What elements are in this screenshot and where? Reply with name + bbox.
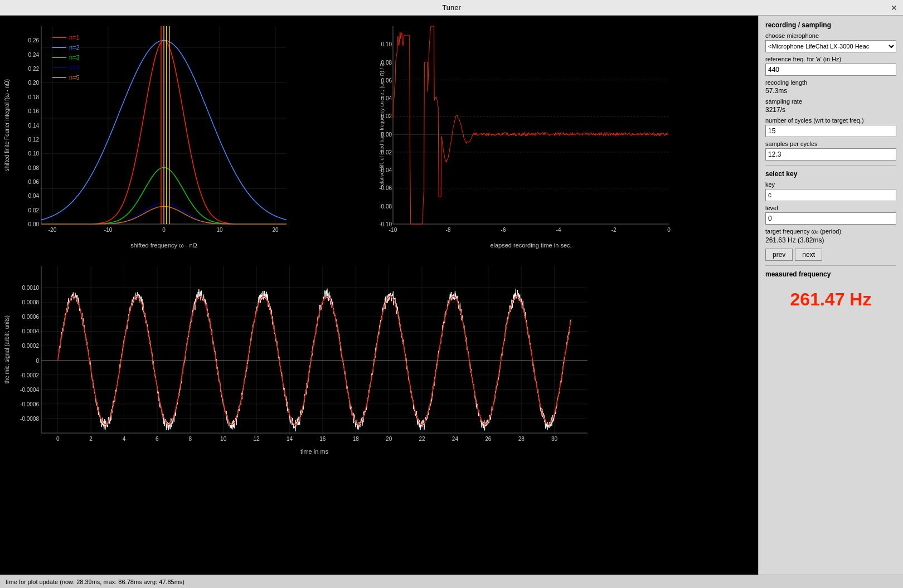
recording-length-label: recoding length: [765, 79, 896, 86]
microphone-label: choose microphone: [765, 32, 896, 39]
num-cycles-label: number of cycles (wrt to target freq.): [765, 117, 896, 124]
recording-section-title: recording / sampling: [765, 21, 896, 29]
num-cycles-input[interactable]: [765, 125, 896, 137]
target-freq-label: target frequency ω₀ (period): [765, 228, 896, 235]
right-panel: recording / sampling choose microphone <…: [758, 16, 903, 575]
key-input[interactable]: [765, 189, 896, 201]
target-freq-value: 261.63 Hz (3.82ms): [765, 236, 896, 244]
status-text: time for plot update (now: 28.39ms, max:…: [6, 579, 185, 585]
measured-freq-label: measured frequency: [765, 270, 896, 278]
recording-length-value: 57.3ms: [765, 87, 896, 95]
prev-button[interactable]: prev: [765, 249, 793, 261]
microphone-select[interactable]: <Microphone LifeChat LX-3000 Heac: [765, 40, 896, 52]
plots-area: [0, 16, 758, 575]
sampling-rate-label: sampling rate: [765, 98, 896, 105]
diff-plot: [379, 18, 756, 257]
divider-2: [765, 265, 896, 266]
next-button[interactable]: next: [795, 249, 822, 261]
measured-freq-value: 261.47 Hz: [765, 289, 896, 310]
top-plots: [2, 18, 756, 257]
samples-per-cycle-input[interactable]: [765, 148, 896, 161]
status-bar: time for plot update (now: 28.39ms, max:…: [0, 575, 903, 588]
samples-per-cycle-label: samples per cycles: [765, 140, 896, 147]
sampling-rate-value: 3217/s: [765, 106, 896, 114]
level-label: level: [765, 205, 896, 211]
main-container: recording / sampling choose microphone <…: [0, 16, 903, 575]
level-input[interactable]: [765, 212, 896, 225]
title-bar: Tuner ✕: [0, 0, 903, 16]
select-key-title: select key: [765, 170, 896, 178]
nav-buttons: prev next: [765, 249, 896, 261]
window-title: Tuner: [442, 3, 460, 12]
ref-freq-label: reference freq. for 'a' (in Hz): [765, 56, 896, 62]
key-label: key: [765, 181, 896, 188]
divider-1: [765, 165, 896, 166]
ref-freq-input[interactable]: [765, 64, 896, 76]
close-button[interactable]: ✕: [891, 3, 897, 12]
bottom-plot: [2, 257, 756, 572]
fourier-plot: [2, 18, 379, 257]
